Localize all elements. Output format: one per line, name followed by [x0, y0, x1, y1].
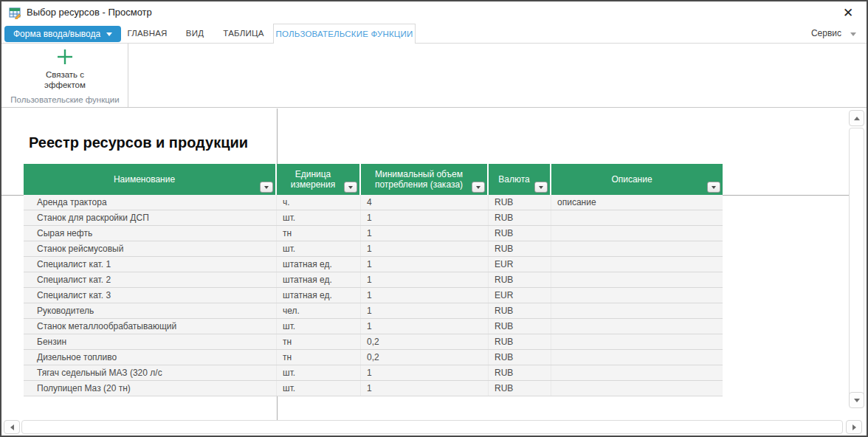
table-cell: 1 [361, 319, 489, 334]
table-cell: штатная ед. [277, 272, 361, 287]
filter-caret-icon [712, 186, 716, 189]
horizontal-scrollbar-thumb[interactable] [21, 420, 843, 434]
table-cell: RUB [489, 381, 551, 396]
plus-icon [55, 47, 75, 66]
column-header-label: Наименование [114, 174, 175, 185]
table-cell: шт. [277, 241, 361, 256]
filter-dropdown-button[interactable] [534, 182, 548, 193]
table-cell: RUB [489, 241, 551, 256]
service-menu[interactable]: Сервис [811, 24, 841, 44]
table-cell [551, 350, 723, 365]
table-cell: RUB [489, 210, 551, 225]
table-cell: 1 [361, 288, 489, 303]
table-cell: 1 [361, 365, 489, 380]
vertical-scrollbar-thumb[interactable] [849, 128, 864, 405]
horizontal-scrollbar[interactable] [4, 420, 862, 434]
table-cell: тн [277, 350, 361, 365]
link-effect-button[interactable]: Связать с эффектом [21, 45, 109, 91]
table-cell [551, 272, 723, 287]
column-header-label: Описание [611, 174, 652, 185]
table-cell [551, 319, 723, 334]
table-cell: Специалист кат. 1 [24, 257, 277, 272]
link-effect-button-label: Связать с эффектом [21, 69, 109, 90]
close-button[interactable]: ✕ [840, 5, 856, 21]
table-cell: Полупицеп Маз (20 тн) [24, 381, 277, 396]
table-cell: шт. [277, 319, 361, 334]
table-cell [551, 334, 723, 349]
table-cell: RUB [489, 226, 551, 241]
column-header[interactable]: Единица измерения [277, 164, 361, 195]
table-cell: Специалист кат. 2 [24, 272, 277, 287]
table-cell: Аренда трактора [24, 195, 277, 210]
ribbon-group-label: Пользовательские функции [1, 95, 128, 104]
vertical-scrollbar[interactable] [849, 110, 864, 424]
table-cell: Станок для раскройки ДСП [24, 210, 277, 225]
table-cell: 1 [361, 226, 489, 241]
table-cell [551, 210, 723, 225]
page-title: Реестр ресурсов и продукции [29, 134, 248, 151]
scroll-up-button[interactable] [849, 110, 864, 126]
ribbon: Связать с эффектом Пользовательские функ… [1, 44, 867, 108]
tab-vid[interactable]: ВИД [177, 24, 213, 44]
table-cell: 1 [361, 257, 489, 272]
column-header[interactable]: Валюта [489, 164, 551, 195]
service-caret-icon[interactable] [850, 32, 856, 36]
table-cell: RUB [489, 272, 551, 287]
table-row[interactable]: Станок рейсмусовыйшт.1RUB [24, 241, 723, 257]
column-header[interactable]: Минимальный объем потребления (заказа) [361, 164, 489, 195]
tab-glavnaya[interactable]: ГЛАВНАЯ [120, 24, 175, 44]
table-cell: Руководитель [24, 303, 277, 318]
table-cell: Станок металлообрабатывающий [24, 319, 277, 334]
tab-user-functions[interactable]: ПОЛЬЗОВАТЕЛЬСКИЕ ФУНКЦИИ [273, 24, 416, 44]
table-row[interactable]: Специалист кат. 2штатная ед.1RUB [24, 272, 723, 288]
form-io-button[interactable]: Форма ввода/вывода [4, 26, 121, 42]
table-cell: RUB [489, 303, 551, 318]
content-area: Реестр ресурсов и продукции Наименование… [1, 108, 867, 436]
table-row[interactable]: Специалист кат. 1штатная ед.1EUR [24, 257, 723, 272]
form-io-button-label: Форма ввода/вывода [13, 29, 100, 39]
table-row[interactable]: Полупицеп Маз (20 тн)шт.1RUB [24, 381, 723, 396]
table-cell: RUB [489, 365, 551, 380]
table-cell: штатная ед. [277, 257, 361, 272]
table-cell: RUB [489, 334, 551, 349]
table-row[interactable]: Тягач седельный МАЗ (320 л/сшт.1RUB [24, 365, 723, 381]
column-header[interactable]: Наименование [24, 164, 277, 195]
table-row[interactable]: Дизельное топливотн0,2RUB [24, 350, 723, 365]
table-body: Аренда тракторач.4RUBописаниеСтанок для … [24, 195, 723, 396]
table-cell [551, 288, 723, 303]
table-header-row: НаименованиеЕдиница измеренияМинимальный… [24, 164, 723, 195]
table-cell: 1 [361, 210, 489, 225]
tab-tablica[interactable]: ТАБЛИЦА [214, 24, 273, 44]
table-row[interactable]: Аренда тракторач.4RUBописание [24, 195, 723, 210]
column-header-label: Единица измерения [280, 169, 346, 190]
scroll-left-button[interactable] [4, 420, 20, 434]
table-cell: 0,2 [361, 350, 489, 365]
table-cell: RUB [489, 195, 551, 210]
table-row[interactable]: Руководительчел.1RUB [24, 303, 723, 319]
table-cell [551, 257, 723, 272]
filter-dropdown-button[interactable] [472, 182, 485, 193]
table-row[interactable]: Станок для раскройки ДСПшт.1RUB [24, 210, 723, 226]
app-icon [9, 7, 21, 19]
filter-dropdown-button[interactable] [344, 182, 357, 193]
filter-dropdown-button[interactable] [260, 182, 273, 193]
table-row[interactable]: Бензинтн0,2RUB [24, 334, 723, 350]
arrow-up-icon [854, 117, 860, 120]
filter-dropdown-button[interactable] [707, 182, 720, 193]
scroll-down-button[interactable] [849, 392, 864, 408]
column-header[interactable]: Описание [551, 164, 723, 195]
table-cell: EUR [489, 257, 551, 272]
table-cell [551, 226, 723, 241]
table-cell: RUB [489, 319, 551, 334]
table-cell: Сырая нефть [24, 226, 277, 241]
scroll-right-button[interactable] [846, 420, 862, 434]
table-row[interactable]: Специалист кат. 3штатная ед.1EUR [24, 288, 723, 303]
table-row[interactable]: Сырая нефтьтн1RUB [24, 226, 723, 241]
table-cell: чел. [277, 303, 361, 318]
table-row[interactable]: Станок металлообрабатывающийшт.1RUB [24, 319, 723, 334]
filter-caret-icon [539, 186, 543, 189]
caret-down-icon [106, 32, 112, 36]
arrow-left-icon [10, 424, 14, 430]
table-cell: 1 [361, 303, 489, 318]
table-cell: 1 [361, 241, 489, 256]
